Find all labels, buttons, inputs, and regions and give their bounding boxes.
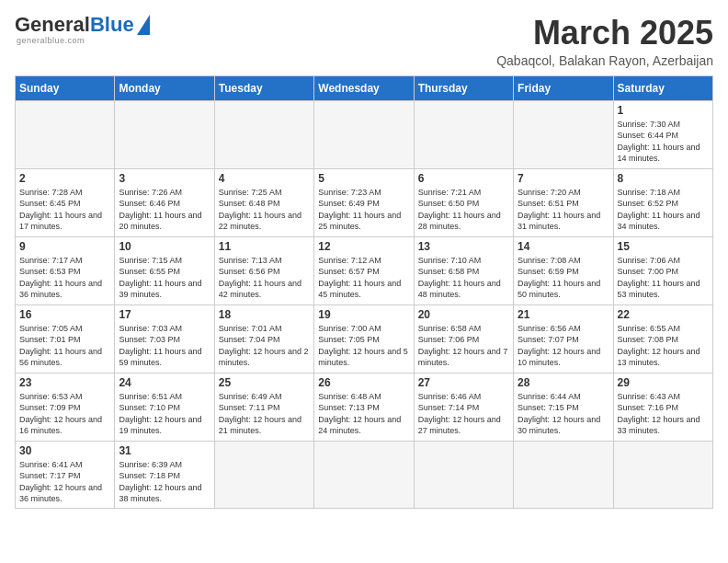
day-number: 3 xyxy=(119,172,210,185)
day-number: 26 xyxy=(318,376,409,389)
day-info: Sunrise: 6:51 AMSunset: 7:10 PMDaylight:… xyxy=(119,391,210,437)
table-row: 12Sunrise: 7:12 AMSunset: 6:57 PMDayligh… xyxy=(314,236,414,304)
table-row xyxy=(514,100,613,168)
table-row xyxy=(314,100,414,168)
day-number: 4 xyxy=(219,172,310,185)
table-row: 16Sunrise: 7:05 AMSunset: 7:01 PMDayligh… xyxy=(16,304,115,373)
day-info: Sunrise: 6:53 AMSunset: 7:09 PMDaylight:… xyxy=(19,391,110,437)
table-row: 30Sunrise: 6:41 AMSunset: 7:17 PMDayligh… xyxy=(16,441,115,508)
day-number: 29 xyxy=(618,376,709,389)
header-tuesday: Tuesday xyxy=(214,75,313,100)
logo-triangle-icon xyxy=(137,15,150,35)
table-row: 17Sunrise: 7:03 AMSunset: 7:03 PMDayligh… xyxy=(115,304,214,373)
table-row: 1Sunrise: 7:30 AMSunset: 6:44 PMDaylight… xyxy=(613,100,712,168)
day-info: Sunrise: 7:25 AMSunset: 6:48 PMDaylight:… xyxy=(219,187,310,233)
day-info: Sunrise: 7:00 AMSunset: 7:05 PMDaylight:… xyxy=(318,323,409,369)
table-row xyxy=(314,441,414,508)
day-number: 12 xyxy=(318,240,409,253)
header: General Blue generalblue.com March 2025 … xyxy=(15,15,713,68)
header-wednesday: Wednesday xyxy=(314,75,414,100)
table-row: 10Sunrise: 7:15 AMSunset: 6:55 PMDayligh… xyxy=(115,236,214,304)
day-info: Sunrise: 6:43 AMSunset: 7:16 PMDaylight:… xyxy=(618,391,709,437)
table-row: 31Sunrise: 6:39 AMSunset: 7:18 PMDayligh… xyxy=(115,441,214,508)
table-row xyxy=(613,441,712,508)
day-info: Sunrise: 6:49 AMSunset: 7:11 PMDaylight:… xyxy=(219,391,310,437)
day-number: 7 xyxy=(518,172,609,185)
table-row xyxy=(16,100,115,168)
table-row: 21Sunrise: 6:56 AMSunset: 7:07 PMDayligh… xyxy=(514,304,613,373)
day-info: Sunrise: 7:12 AMSunset: 6:57 PMDaylight:… xyxy=(318,255,409,301)
day-number: 22 xyxy=(618,308,709,321)
header-saturday: Saturday xyxy=(613,75,712,100)
table-row: 5Sunrise: 7:23 AMSunset: 6:49 PMDaylight… xyxy=(314,168,414,236)
day-number: 30 xyxy=(19,444,110,457)
day-info: Sunrise: 7:21 AMSunset: 6:50 PMDaylight:… xyxy=(418,187,509,233)
day-number: 5 xyxy=(318,172,409,185)
day-info: Sunrise: 6:39 AMSunset: 7:18 PMDaylight:… xyxy=(119,459,210,505)
table-row: 19Sunrise: 7:00 AMSunset: 7:05 PMDayligh… xyxy=(314,304,414,373)
day-number: 24 xyxy=(119,376,210,389)
table-row: 9Sunrise: 7:17 AMSunset: 6:53 PMDaylight… xyxy=(16,236,115,304)
logo-general: General xyxy=(15,15,90,35)
day-info: Sunrise: 7:26 AMSunset: 6:46 PMDaylight:… xyxy=(119,187,210,233)
day-info: Sunrise: 7:23 AMSunset: 6:49 PMDaylight:… xyxy=(318,187,409,233)
day-info: Sunrise: 7:13 AMSunset: 6:56 PMDaylight:… xyxy=(219,255,310,301)
table-row: 3Sunrise: 7:26 AMSunset: 6:46 PMDaylight… xyxy=(115,168,214,236)
day-number: 10 xyxy=(119,240,210,253)
day-number: 6 xyxy=(418,172,509,185)
table-row: 4Sunrise: 7:25 AMSunset: 6:48 PMDaylight… xyxy=(214,168,313,236)
month-title: March 2025 xyxy=(496,15,713,52)
day-number: 8 xyxy=(618,172,709,185)
day-info: Sunrise: 7:15 AMSunset: 6:55 PMDaylight:… xyxy=(119,255,210,301)
day-number: 11 xyxy=(219,240,310,253)
day-info: Sunrise: 7:08 AMSunset: 6:59 PMDaylight:… xyxy=(518,255,609,301)
day-number: 31 xyxy=(119,444,210,457)
table-row: 25Sunrise: 6:49 AMSunset: 7:11 PMDayligh… xyxy=(214,373,313,441)
header-friday: Friday xyxy=(514,75,613,100)
day-info: Sunrise: 7:01 AMSunset: 7:04 PMDaylight:… xyxy=(219,323,310,369)
day-info: Sunrise: 7:10 AMSunset: 6:58 PMDaylight:… xyxy=(418,255,509,301)
weekday-header-row: Sunday Monday Tuesday Wednesday Thursday… xyxy=(16,75,713,100)
table-row: 15Sunrise: 7:06 AMSunset: 7:00 PMDayligh… xyxy=(613,236,712,304)
day-number: 17 xyxy=(119,308,210,321)
table-row: 22Sunrise: 6:55 AMSunset: 7:08 PMDayligh… xyxy=(613,304,712,373)
table-row xyxy=(214,441,313,508)
day-number: 25 xyxy=(219,376,310,389)
table-row xyxy=(214,100,313,168)
day-number: 28 xyxy=(518,376,609,389)
day-number: 13 xyxy=(418,240,509,253)
logo-blue: Blue xyxy=(90,15,134,35)
day-info: Sunrise: 6:58 AMSunset: 7:06 PMDaylight:… xyxy=(418,323,509,369)
title-area: March 2025 Qabaqcol, Balakan Rayon, Azer… xyxy=(496,15,713,68)
table-row xyxy=(115,100,214,168)
table-row xyxy=(414,100,513,168)
table-row xyxy=(514,441,613,508)
table-row: 2Sunrise: 7:28 AMSunset: 6:45 PMDaylight… xyxy=(16,168,115,236)
table-row: 23Sunrise: 6:53 AMSunset: 7:09 PMDayligh… xyxy=(16,373,115,441)
day-info: Sunrise: 7:17 AMSunset: 6:53 PMDaylight:… xyxy=(19,255,110,301)
day-info: Sunrise: 7:18 AMSunset: 6:52 PMDaylight:… xyxy=(618,187,709,233)
day-number: 1 xyxy=(618,104,709,117)
table-row: 18Sunrise: 7:01 AMSunset: 7:04 PMDayligh… xyxy=(214,304,313,373)
table-row: 6Sunrise: 7:21 AMSunset: 6:50 PMDaylight… xyxy=(414,168,513,236)
day-info: Sunrise: 7:20 AMSunset: 6:51 PMDaylight:… xyxy=(518,187,609,233)
day-number: 23 xyxy=(19,376,110,389)
day-info: Sunrise: 6:56 AMSunset: 7:07 PMDaylight:… xyxy=(518,323,609,369)
table-row: 13Sunrise: 7:10 AMSunset: 6:58 PMDayligh… xyxy=(414,236,513,304)
logo: General Blue xyxy=(15,15,150,35)
day-number: 20 xyxy=(418,308,509,321)
table-row: 26Sunrise: 6:48 AMSunset: 7:13 PMDayligh… xyxy=(314,373,414,441)
day-number: 15 xyxy=(618,240,709,253)
day-number: 18 xyxy=(219,308,310,321)
table-row: 8Sunrise: 7:18 AMSunset: 6:52 PMDaylight… xyxy=(613,168,712,236)
header-thursday: Thursday xyxy=(414,75,513,100)
location-title: Qabaqcol, Balakan Rayon, Azerbaijan xyxy=(496,53,713,68)
day-info: Sunrise: 7:28 AMSunset: 6:45 PMDaylight:… xyxy=(19,187,110,233)
day-info: Sunrise: 7:03 AMSunset: 7:03 PMDaylight:… xyxy=(119,323,210,369)
day-info: Sunrise: 7:30 AMSunset: 6:44 PMDaylight:… xyxy=(618,119,709,165)
day-info: Sunrise: 6:44 AMSunset: 7:15 PMDaylight:… xyxy=(518,391,609,437)
header-monday: Monday xyxy=(115,75,214,100)
day-number: 21 xyxy=(518,308,609,321)
table-row: 24Sunrise: 6:51 AMSunset: 7:10 PMDayligh… xyxy=(115,373,214,441)
table-row xyxy=(414,441,513,508)
